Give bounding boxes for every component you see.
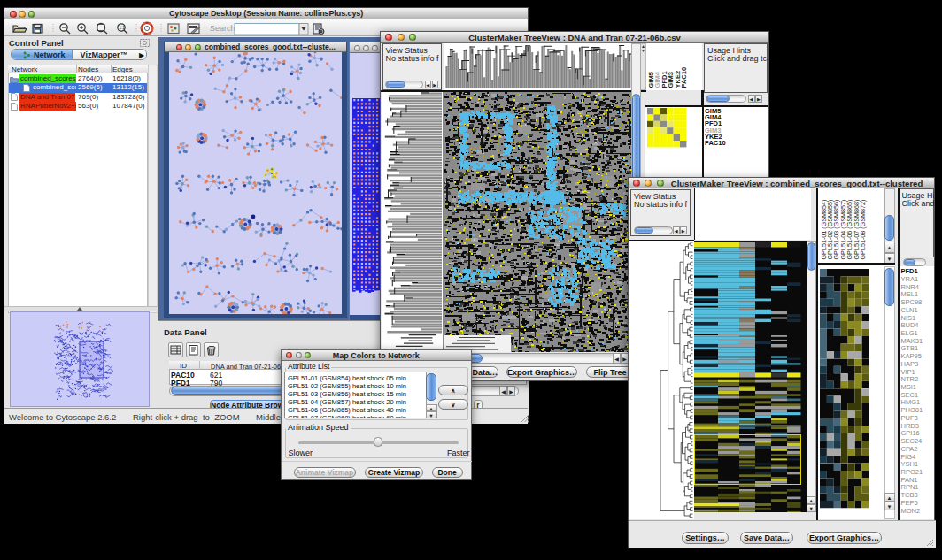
svg-text:1:1: 1:1 (120, 26, 126, 30)
svg-text:Search:: Search: (210, 24, 237, 33)
